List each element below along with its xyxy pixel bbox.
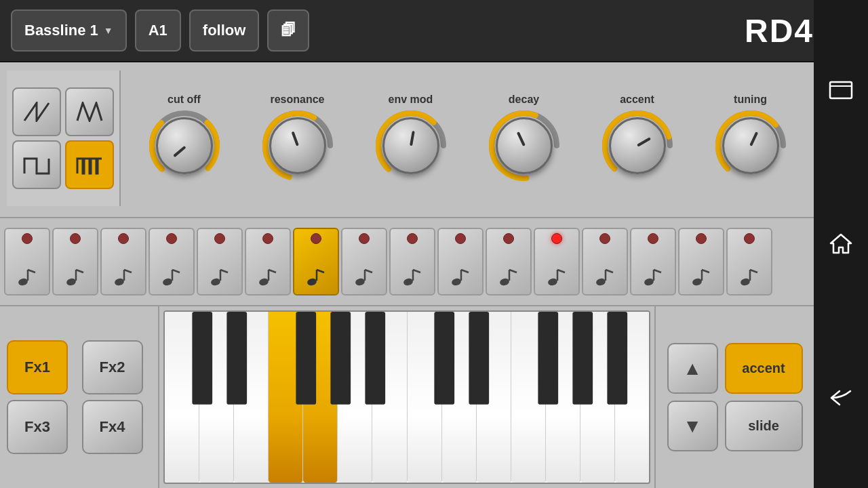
svg-point-12 (18, 277, 28, 286)
seq-step-12[interactable] (534, 228, 580, 296)
seq-dot-3 (118, 233, 129, 244)
svg-point-39 (451, 277, 462, 286)
seq-step-7[interactable] (293, 228, 339, 296)
knob-cutoff-control[interactable] (147, 108, 222, 183)
fx3-button[interactable]: Fx3 (7, 400, 68, 454)
seq-note-14 (642, 266, 664, 290)
seq-note-4 (161, 266, 182, 290)
knob-resonance-control[interactable] (260, 108, 335, 183)
white-key-13[interactable] (580, 312, 615, 483)
knob-cutoff-label: cut off (167, 94, 201, 106)
back-button[interactable] (824, 381, 858, 415)
seq-dot-10 (455, 233, 466, 244)
bassline-selector[interactable]: Bassline 1 ▼ (11, 9, 127, 52)
dropdown-arrow-icon: ▼ (104, 25, 113, 36)
knob-tuning: tuning (694, 94, 807, 183)
follow-button[interactable]: follow (189, 9, 260, 52)
seq-step-13[interactable] (582, 228, 628, 296)
accent-button[interactable]: accent (725, 343, 803, 394)
white-key-9[interactable] (442, 312, 477, 483)
knob-envmod-label: env mod (389, 94, 433, 106)
seq-dot-9 (407, 233, 418, 244)
piano-section (159, 306, 654, 488)
seq-note-2 (64, 266, 86, 290)
knob-envmod-body[interactable] (382, 117, 439, 174)
knob-decay: decay (467, 94, 580, 183)
fx4-button[interactable]: Fx4 (82, 400, 143, 454)
white-key-3[interactable] (234, 312, 269, 483)
white-key-11[interactable] (511, 312, 546, 483)
seq-step-5[interactable] (197, 228, 243, 296)
window-button[interactable] (824, 73, 858, 107)
piano-keyboard[interactable] (163, 310, 650, 484)
seq-step-14[interactable] (630, 228, 676, 296)
seq-step-8[interactable] (341, 228, 387, 296)
svg-line-47 (557, 270, 565, 272)
white-key-5[interactable] (303, 312, 338, 483)
seq-step-16[interactable] (726, 228, 772, 296)
seq-note-9 (401, 266, 423, 290)
white-key-6[interactable] (338, 312, 372, 483)
white-key-10[interactable] (477, 312, 511, 483)
white-key-8[interactable] (408, 312, 442, 483)
top-bar: Bassline 1 ▼ A1 follow 🗐 RD4 (0, 0, 868, 62)
knob-resonance-body[interactable] (269, 117, 326, 174)
white-key-4[interactable] (269, 312, 303, 483)
white-key-7[interactable] (372, 312, 407, 483)
knob-cutoff: cut off (127, 94, 241, 183)
seq-step-15[interactable] (678, 228, 724, 296)
svg-line-32 (317, 270, 324, 272)
white-key-14[interactable] (615, 312, 649, 483)
white-key-1[interactable] (165, 312, 199, 483)
knob-tuning-control[interactable] (713, 108, 788, 183)
knob-decay-control[interactable] (487, 108, 561, 183)
seq-step-10[interactable] (437, 228, 484, 296)
svg-line-17 (76, 270, 83, 272)
fx1-button[interactable]: Fx1 (7, 340, 68, 394)
seq-step-2[interactable] (52, 228, 98, 296)
knob-decay-body[interactable] (496, 117, 553, 174)
seq-note-13 (594, 266, 616, 290)
clipboard-button[interactable]: 🗐 (267, 9, 309, 52)
seq-note-7 (305, 266, 327, 290)
svg-line-53 (654, 270, 661, 272)
seq-note-3 (113, 266, 134, 290)
slide-button[interactable]: slide (725, 401, 803, 451)
seq-step-6[interactable] (245, 228, 291, 296)
svg-line-50 (606, 270, 613, 272)
knob-cutoff-body[interactable] (156, 117, 213, 174)
knob-resonance-label: resonance (270, 94, 324, 106)
home-button[interactable] (824, 227, 858, 261)
seq-note-1 (16, 266, 38, 290)
knob-tuning-body[interactable] (722, 117, 779, 174)
waveform-square2[interactable] (65, 140, 114, 189)
seq-step-4[interactable] (149, 228, 195, 296)
fx2-button[interactable]: Fx2 (82, 340, 143, 394)
seq-step-1[interactable] (4, 228, 50, 296)
knob-accent-body[interactable] (609, 117, 666, 174)
white-key-2[interactable] (199, 312, 234, 483)
follow-label: follow (203, 22, 246, 39)
seq-step-9[interactable] (389, 228, 435, 296)
svg-line-23 (172, 270, 180, 272)
knob-envmod-control[interactable] (374, 108, 448, 183)
seq-dot-1 (22, 233, 33, 244)
seq-step-3[interactable] (100, 228, 146, 296)
seq-step-11[interactable] (486, 228, 532, 296)
svg-point-36 (403, 277, 414, 286)
waveform-triangle[interactable] (65, 87, 114, 136)
pattern-label: A1 (149, 22, 167, 39)
control-row-up: ▲ accent (667, 343, 803, 394)
svg-line-35 (365, 270, 372, 272)
seq-dot-4 (166, 233, 177, 244)
white-key-12[interactable] (546, 312, 580, 483)
pattern-button[interactable]: A1 (135, 9, 181, 52)
seq-dot-12 (551, 233, 562, 244)
svg-marker-72 (831, 235, 851, 253)
knob-accent-control[interactable] (600, 108, 675, 183)
waveform-sawtooth[interactable] (12, 87, 61, 136)
up-button[interactable]: ▲ (667, 343, 718, 394)
fx-panel: Fx1 Fx2 Fx3 Fx4 (0, 306, 159, 488)
down-button[interactable]: ▼ (667, 401, 718, 451)
waveform-square[interactable] (12, 140, 61, 189)
